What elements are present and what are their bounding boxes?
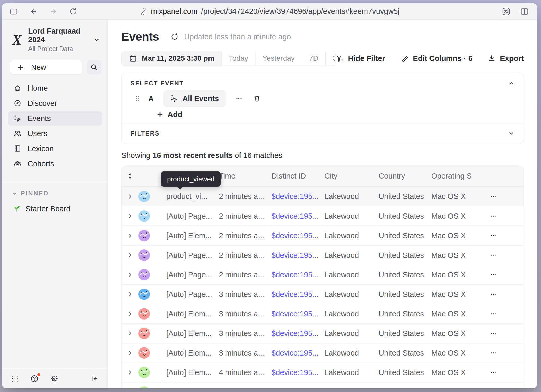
distinct-id-link[interactable]: $device:195... <box>272 231 324 240</box>
results-summary: Showing 16 most recent results of 16 mat… <box>121 151 524 160</box>
distinct-id-link[interactable]: $device:195... <box>272 290 324 299</box>
table-row[interactable]: [Auto] Page... 2 minutes a... $device:19… <box>122 206 524 226</box>
seedling-icon <box>13 205 21 213</box>
sidebar-item-events[interactable]: Events <box>8 111 102 126</box>
date-picker-button[interactable]: Mar 11, 2025 3:30 pm <box>122 51 222 66</box>
preset-30d[interactable]: 30D <box>325 51 335 66</box>
expand-row-icon[interactable] <box>122 213 138 219</box>
row-more-options-icon[interactable] <box>481 271 524 278</box>
table-row[interactable] <box>122 382 524 388</box>
preset-yesterday[interactable]: Yesterday <box>255 51 302 66</box>
expand-row-icon[interactable] <box>122 252 138 259</box>
more-options-icon[interactable] <box>235 95 243 102</box>
edit-columns-button[interactable]: Edit Columns · 6 <box>400 54 472 63</box>
distinct-id-link[interactable]: $device:195... <box>272 212 324 220</box>
table-row[interactable]: [Auto] Elem... 2 minutes a... $device:19… <box>122 226 524 245</box>
sidebar-item-lexicon[interactable]: Lexicon <box>8 141 102 156</box>
help-icon[interactable] <box>30 374 39 383</box>
pinned-section-header[interactable]: PINNED <box>2 182 108 197</box>
sidebar-item-starter-board[interactable]: Starter Board <box>8 202 102 216</box>
row-more-options-icon[interactable] <box>481 212 524 220</box>
event-name-cell: [Auto] Page... <box>155 212 219 220</box>
reload-icon[interactable] <box>69 7 78 16</box>
drag-handle[interactable] <box>135 94 140 103</box>
collapse-rows-icon[interactable] <box>122 172 138 180</box>
expand-row-icon[interactable] <box>122 291 138 298</box>
search-button[interactable] <box>87 60 101 75</box>
project-switcher[interactable]: X Lord Farquaad 2024 All Project Data <box>2 20 108 58</box>
expand-row-icon[interactable] <box>122 271 138 278</box>
browser-window: mixpanel.com/project/3472420/view/397469… <box>2 3 537 388</box>
expand-row-icon[interactable] <box>122 369 138 376</box>
users-icon <box>13 129 22 138</box>
row-more-options-icon[interactable] <box>481 369 524 376</box>
distinct-id-link[interactable]: $device:195... <box>272 310 324 318</box>
pinned-label: PINNED <box>21 190 49 197</box>
collapse-sidebar-icon[interactable] <box>90 374 99 383</box>
step-letter: A <box>148 94 154 103</box>
row-more-options-icon[interactable] <box>481 330 524 337</box>
country-cell: United States <box>379 251 431 260</box>
event-avatar <box>138 308 150 320</box>
add-event-label: Add <box>168 110 182 119</box>
distinct-id-link[interactable]: $device:195... <box>272 329 324 338</box>
distinct-id-link[interactable]: $device:195... <box>272 349 324 357</box>
expand-row-icon[interactable] <box>122 232 138 239</box>
table-row[interactable]: [Auto] Elem... 3 minutes a... $device:19… <box>122 343 524 363</box>
country-cell: United States <box>379 368 431 377</box>
event-avatar <box>138 230 150 241</box>
event-name-cell: [Auto] Page... <box>155 290 219 299</box>
time-cell: 3 minutes a... <box>219 310 272 318</box>
column-header-operating-system[interactable]: Operating S <box>431 172 481 180</box>
row-more-options-icon[interactable] <box>481 310 524 317</box>
sidebar-item-cohorts[interactable]: Cohorts <box>8 156 102 171</box>
row-more-options-icon[interactable] <box>481 252 524 259</box>
row-more-options-icon[interactable] <box>481 193 524 200</box>
add-event-button[interactable]: Add <box>157 109 515 120</box>
trash-icon[interactable] <box>253 94 261 103</box>
new-button[interactable]: New <box>10 60 83 75</box>
table-row[interactable]: [Auto] Page... 3 minutes a... $device:19… <box>122 284 524 304</box>
expand-row-icon[interactable] <box>122 330 138 337</box>
cursor-sparkle-icon <box>170 94 178 103</box>
gear-icon[interactable] <box>50 374 59 383</box>
page-settings-icon[interactable] <box>501 7 511 16</box>
chevron-up-icon[interactable] <box>508 80 515 87</box>
distinct-id-link[interactable]: $device:195... <box>272 368 324 377</box>
sidebar-toggle-icon[interactable] <box>9 7 18 16</box>
table-row[interactable]: [Auto] Elem... 3 minutes a... $device:19… <box>122 323 524 343</box>
table-row[interactable]: [Auto] Page... 2 minutes a... $device:19… <box>122 265 524 284</box>
preset-today[interactable]: Today <box>222 51 255 66</box>
back-icon[interactable] <box>29 7 38 16</box>
apps-grid-icon[interactable] <box>10 374 19 383</box>
expand-row-icon[interactable] <box>122 193 138 200</box>
table-row[interactable]: [Auto] Elem... 3 minutes a... $device:19… <box>122 304 524 323</box>
distinct-id-link[interactable]: $device:195... <box>272 192 324 201</box>
column-header-city[interactable]: City <box>324 172 379 180</box>
hide-filter-button[interactable]: Hide Filter <box>335 54 385 63</box>
table-row[interactable]: [Auto] Page... 2 minutes a... $device:19… <box>122 245 524 265</box>
column-header-country[interactable]: Country <box>379 172 431 180</box>
chevron-down-icon[interactable] <box>508 130 515 137</box>
sidebar-item-discover[interactable]: Discover <box>8 96 102 111</box>
url-bar[interactable]: mixpanel.com/project/3472420/view/397469… <box>139 3 399 19</box>
distinct-id-link[interactable]: $device:195... <box>272 251 324 260</box>
column-header-distinct-id[interactable]: Distinct ID <box>272 172 324 180</box>
preset-7d[interactable]: 7D <box>302 51 325 66</box>
column-header-time[interactable]: Time <box>219 172 272 180</box>
row-more-options-icon[interactable] <box>481 349 524 357</box>
event-selector-chip[interactable]: All Events <box>163 90 226 107</box>
split-view-icon[interactable] <box>520 7 530 16</box>
distinct-id-link[interactable]: $device:195... <box>272 271 324 279</box>
row-more-options-icon[interactable] <box>481 291 524 298</box>
table-row[interactable]: [Auto] Elem... 4 minutes a... $device:19… <box>122 363 524 382</box>
sidebar-item-users[interactable]: Users <box>8 126 102 141</box>
notification-dot <box>36 372 41 377</box>
refresh-icon[interactable] <box>170 32 179 41</box>
export-button[interactable]: Export <box>488 54 524 63</box>
expand-row-icon[interactable] <box>122 310 138 317</box>
row-more-options-icon[interactable] <box>481 232 524 239</box>
sidebar-item-home[interactable]: Home <box>8 81 102 95</box>
operating-system-cell: Mac OS X <box>431 212 481 220</box>
expand-row-icon[interactable] <box>122 350 138 356</box>
